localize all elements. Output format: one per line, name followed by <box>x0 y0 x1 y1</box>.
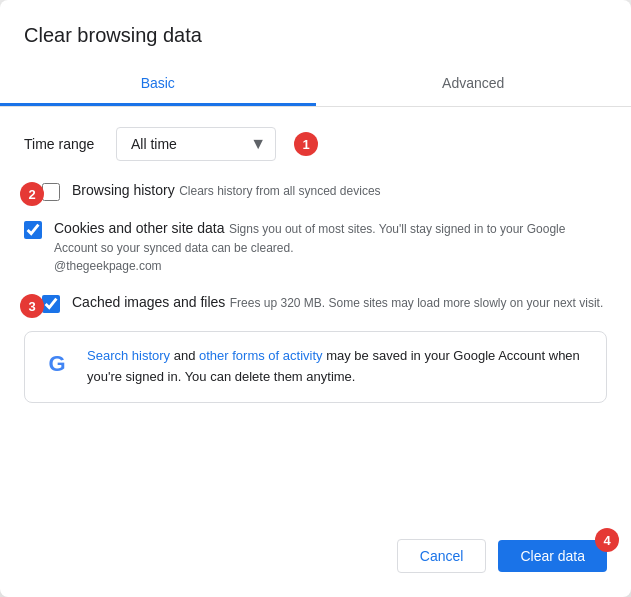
cookies-label[interactable]: Cookies and other site data Signs you ou… <box>54 219 607 275</box>
badge-4: 4 <box>595 528 619 552</box>
dialog-footer: Cancel Clear data 4 <box>0 523 631 573</box>
browsing-history-checkbox[interactable] <box>42 183 60 201</box>
clear-browsing-data-dialog: Clear browsing data Basic Advanced Time … <box>0 0 631 597</box>
tabs-container: Basic Advanced <box>0 63 631 107</box>
clear-data-button[interactable]: Clear data <box>498 540 607 572</box>
other-activity-link[interactable]: other forms of activity <box>199 348 323 363</box>
time-range-select[interactable]: Last hour Last 24 hours Last 7 days Last… <box>116 127 276 161</box>
cached-images-item: 3 Cached images and files Frees up 320 M… <box>24 293 607 313</box>
search-history-link[interactable]: Search history <box>87 348 170 363</box>
main-content: Time range Last hour Last 24 hours Last … <box>0 107 631 523</box>
tab-basic[interactable]: Basic <box>0 63 316 106</box>
time-range-row: Time range Last hour Last 24 hours Last … <box>24 127 607 161</box>
cached-images-checkbox[interactable] <box>42 295 60 313</box>
info-box: G Search history and other forms of acti… <box>24 331 607 403</box>
dialog-title: Clear browsing data <box>0 24 631 63</box>
badge-3: 3 <box>20 294 44 318</box>
google-logo-icon: G <box>41 348 73 380</box>
cached-images-label[interactable]: Cached images and files Frees up 320 MB.… <box>72 293 607 312</box>
badge-1: 1 <box>294 132 318 156</box>
tab-advanced[interactable]: Advanced <box>316 63 632 106</box>
cookies-item: Cookies and other site data Signs you ou… <box>24 219 607 275</box>
clear-data-wrapper: Clear data 4 <box>498 540 607 572</box>
time-range-select-wrapper: Last hour Last 24 hours Last 7 days Last… <box>116 127 276 161</box>
badge-2: 2 <box>20 182 44 206</box>
cancel-button[interactable]: Cancel <box>397 539 487 573</box>
info-text: Search history and other forms of activi… <box>87 346 590 388</box>
time-range-label: Time range <box>24 136 104 152</box>
browsing-history-item: 2 Browsing history Clears history from a… <box>24 181 607 201</box>
browsing-history-label[interactable]: Browsing history Clears history from all… <box>72 181 607 200</box>
cookies-checkbox[interactable] <box>24 221 42 239</box>
